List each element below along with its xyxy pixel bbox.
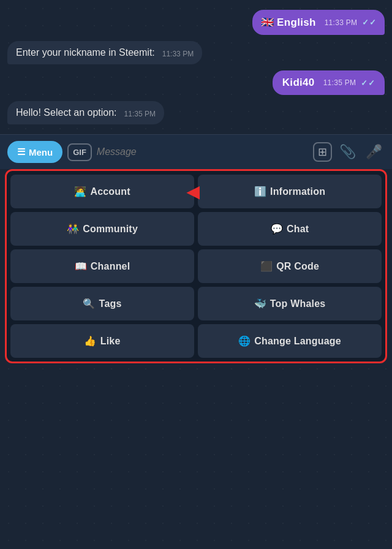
message-enter-nickname: Enter your nickname in Steemit: 11:33 PM [7,41,202,64]
message-text: 🇬🇧 English [261,16,316,29]
change-language-emoji: 🌐 [238,335,251,347]
microphone-button[interactable]: 🎤 [363,143,385,161]
menu-item-account[interactable]: 🧑‍💻 Account ◀ [10,175,194,208]
grid-icon: ⊞ [318,146,327,158]
message-time: 11:35 PM [323,78,356,87]
menu-grid: 🧑‍💻 Account ◀ ℹ️ Information 👫 Community… [10,175,382,358]
message-text: Enter your nickname in Steemit: [16,47,155,58]
menu-item-like[interactable]: 👍 Like [10,324,194,358]
menu-item-top-whales[interactable]: 🐳 Top Whales [198,287,382,320]
message-text: Kidi40 [282,77,315,89]
double-check-icon: ✓✓ [362,18,376,27]
information-emoji: ℹ️ [254,186,266,197]
message-text: Hello! Select an option: [16,107,117,118]
menu-item-tags[interactable]: 🔍 Tags [10,287,194,320]
top-whales-emoji: 🐳 [254,298,266,309]
top-whales-label: Top Whales [270,298,326,309]
message-english: 🇬🇧 English 11:33 PM ✓✓ [252,10,385,35]
like-emoji: 👍 [84,335,96,347]
grid-button[interactable]: ⊞ [313,142,332,162]
menu-label: Menu [29,147,53,157]
change-language-label: Change Language [254,336,341,347]
menu-item-change-language[interactable]: 🌐 Change Language [198,324,382,358]
chat-area: 🇬🇧 English 11:33 PM ✓✓ Enter your nickna… [0,0,392,134]
account-emoji: 🧑‍💻 [74,186,86,197]
chat-label: Chat [287,224,309,235]
gif-label: GIF [73,148,86,157]
message-select-option: Hello! Select an option: 11:35 PM [7,101,164,124]
microphone-icon: 🎤 [366,144,382,159]
message-nickname: Kidi40 11:35 PM ✓✓ [273,70,385,95]
gif-button[interactable]: GIF [67,143,92,161]
red-arrow-icon: ◀ [187,182,199,201]
qr-code-emoji: ⬛ [260,260,273,272]
menu-button[interactable]: ☰ Menu [7,141,62,163]
channel-emoji: 📖 [75,260,87,272]
menu-item-information[interactable]: ℹ️ Information [198,175,382,208]
community-label: Community [83,224,138,235]
menu-item-channel[interactable]: 📖 Channel [10,249,194,283]
double-check-icon: ✓✓ [361,78,375,88]
community-emoji: 👫 [67,223,79,235]
menu-item-community[interactable]: 👫 Community [10,212,194,246]
qr-code-label: QR Code [276,261,319,272]
message-input[interactable] [97,146,308,157]
like-label: Like [100,336,121,347]
menu-grid-container: 🧑‍💻 Account ◀ ℹ️ Information 👫 Community… [5,169,387,363]
message-time: 11:35 PM [124,110,156,118]
account-label: Account [90,186,130,197]
tags-emoji: 🔍 [83,298,95,309]
tags-label: Tags [99,298,122,309]
attachment-button[interactable]: 📎 [337,143,358,161]
menu-item-qr-code[interactable]: ⬛ QR Code [198,249,382,283]
input-bar: ☰ Menu GIF ⊞ 📎 🎤 [0,134,392,169]
message-time: 11:33 PM [325,18,358,27]
information-label: Information [270,186,325,197]
chat-emoji: 💬 [271,223,283,235]
channel-label: Channel [91,261,130,272]
message-time: 11:33 PM [162,50,194,58]
paperclip-icon: 📎 [339,144,356,159]
hamburger-icon: ☰ [17,146,25,157]
menu-item-chat[interactable]: 💬 Chat [198,212,382,246]
